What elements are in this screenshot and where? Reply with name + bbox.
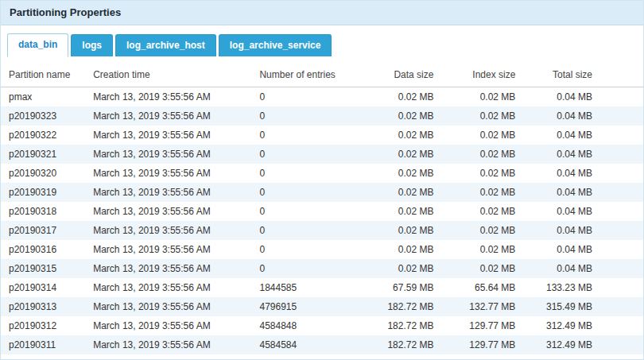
- table-cell: 0: [251, 87, 357, 107]
- table-cell: 0.04 MB: [523, 221, 643, 240]
- table-cell: 0.02 MB: [357, 164, 441, 183]
- column-header-2[interactable]: Number of entries: [251, 63, 357, 87]
- table-row[interactable]: pmaxMarch 13, 2019 3:55:56 AM00.02 MB0.0…: [1, 87, 643, 107]
- column-header-3[interactable]: Data size: [357, 63, 441, 87]
- table-cell: 0.02 MB: [357, 202, 441, 221]
- table-row[interactable]: p20190319March 13, 2019 3:55:56 AM00.02 …: [1, 183, 643, 202]
- table-cell: 182.72 MB: [357, 316, 441, 335]
- table-cell: p20190315: [1, 259, 85, 278]
- table-cell: p20190317: [1, 221, 85, 240]
- table-cell: March 13, 2019 3:55:56 AM: [85, 278, 251, 297]
- table-cell: 0.04 MB: [523, 87, 643, 107]
- table-cell: p20190322: [1, 126, 85, 145]
- table-cell: 0.02 MB: [357, 87, 441, 107]
- table-cell: 181.72 MB: [357, 354, 441, 360]
- table-cell: March 13, 2019 3:55:56 AM: [85, 221, 251, 240]
- table-cell: p20190319: [1, 183, 85, 202]
- table-cell: March 13, 2019 3:55:56 AM: [85, 106, 251, 126]
- tab-bar: data_binlogslog_archive_hostlog_archive_…: [1, 25, 643, 56]
- table-row[interactable]: p20190321March 13, 2019 3:55:56 AM00.02 …: [1, 145, 643, 164]
- table-cell: March 13, 2019 3:55:56 AM: [85, 335, 251, 354]
- table-cell: 0.02 MB: [441, 106, 523, 126]
- table-cell: 0.04 MB: [523, 259, 643, 278]
- table-cell: 1844585: [251, 278, 357, 297]
- table-cell: 0.04 MB: [523, 145, 643, 164]
- table-cell: 0.02 MB: [441, 221, 523, 240]
- table-cell: 312.49 MB: [523, 316, 643, 335]
- table-cell: 0.02 MB: [357, 106, 441, 126]
- tab-data_bin[interactable]: data_bin: [7, 33, 68, 57]
- table-row[interactable]: p20190310March 13, 2019 3:55:56 AM455286…: [1, 354, 643, 360]
- table-row[interactable]: p20190313March 13, 2019 3:55:56 AM479691…: [1, 297, 643, 316]
- table-cell: 133.23 MB: [523, 278, 643, 297]
- table-cell: 0.04 MB: [523, 126, 643, 145]
- column-header-0[interactable]: Partition name: [1, 63, 85, 87]
- table-cell: 182.72 MB: [357, 335, 441, 354]
- table-cell: March 13, 2019 3:55:56 AM: [85, 240, 251, 259]
- table-row[interactable]: p20190316March 13, 2019 3:55:56 AM00.02 …: [1, 240, 643, 259]
- table-cell: p20190320: [1, 164, 85, 183]
- partition-table-container: Partition nameCreation timeNumber of ent…: [1, 56, 643, 360]
- table-cell: 0.02 MB: [357, 183, 441, 202]
- table-cell: p20190312: [1, 316, 85, 335]
- table-row[interactable]: p20190311March 13, 2019 3:55:56 AM458458…: [1, 335, 643, 354]
- table-cell: 0: [251, 145, 357, 164]
- table-cell: 0: [251, 164, 357, 183]
- table-row[interactable]: p20190322March 13, 2019 3:55:56 AM00.02 …: [1, 126, 643, 145]
- tab-log_archive_host[interactable]: log_archive_host: [115, 34, 216, 56]
- table-cell: 0.02 MB: [441, 202, 523, 221]
- column-header-4[interactable]: Index size: [441, 63, 523, 87]
- table-cell: 0.02 MB: [441, 164, 523, 183]
- table-cell: 312.49 MB: [523, 335, 643, 354]
- table-cell: 0.04 MB: [523, 202, 643, 221]
- table-cell: p20190313: [1, 297, 85, 316]
- table-row[interactable]: p20190323March 13, 2019 3:55:56 AM00.02 …: [1, 106, 643, 126]
- table-cell: March 13, 2019 3:55:56 AM: [85, 164, 251, 183]
- table-cell: March 13, 2019 3:55:56 AM: [85, 202, 251, 221]
- table-cell: 0.02 MB: [357, 145, 441, 164]
- table-cell: p20190316: [1, 240, 85, 259]
- table-cell: p20190311: [1, 335, 85, 354]
- table-cell: March 13, 2019 3:55:56 AM: [85, 259, 251, 278]
- table-cell: p20190310: [1, 354, 85, 360]
- table-cell: 0.04 MB: [523, 164, 643, 183]
- table-cell: 0.02 MB: [441, 240, 523, 259]
- table-cell: 0.04 MB: [523, 106, 643, 126]
- table-cell: 182.72 MB: [357, 297, 441, 316]
- table-cell: 0.02 MB: [357, 221, 441, 240]
- table-cell: 0.04 MB: [523, 240, 643, 259]
- table-cell: 0: [251, 106, 357, 126]
- table-cell: 4552866: [251, 354, 357, 360]
- table-row[interactable]: p20190312March 13, 2019 3:55:56 AM458484…: [1, 316, 643, 335]
- table-cell: pmax: [1, 87, 85, 107]
- table-cell: 0: [251, 126, 357, 145]
- partition-table: Partition nameCreation timeNumber of ent…: [1, 63, 643, 360]
- table-body: pmaxMarch 13, 2019 3:55:56 AM00.02 MB0.0…: [1, 87, 643, 360]
- table-cell: 129.77 MB: [441, 316, 523, 335]
- tab-log_archive_service[interactable]: log_archive_service: [219, 34, 332, 56]
- table-cell: p20190321: [1, 145, 85, 164]
- table-cell: 0.02 MB: [357, 126, 441, 145]
- table-cell: 0: [251, 221, 357, 240]
- table-row[interactable]: p20190318March 13, 2019 3:55:56 AM00.02 …: [1, 202, 643, 221]
- table-cell: 67.59 MB: [357, 278, 441, 297]
- table-cell: p20190314: [1, 278, 85, 297]
- table-cell: 127.77 MB: [441, 354, 523, 360]
- table-cell: 65.64 MB: [441, 278, 523, 297]
- table-row[interactable]: p20190315March 13, 2019 3:55:56 AM00.02 …: [1, 259, 643, 278]
- table-cell: 0: [251, 259, 357, 278]
- table-cell: March 13, 2019 3:55:56 AM: [85, 126, 251, 145]
- column-header-1[interactable]: Creation time: [85, 63, 251, 87]
- table-row[interactable]: p20190320March 13, 2019 3:55:56 AM00.02 …: [1, 164, 643, 183]
- panel-title: Partitioning Properties: [1, 1, 643, 25]
- table-cell: 315.49 MB: [523, 297, 643, 316]
- table-cell: 0: [251, 240, 357, 259]
- table-cell: March 13, 2019 3:55:56 AM: [85, 183, 251, 202]
- table-row[interactable]: p20190314March 13, 2019 3:55:56 AM184458…: [1, 278, 643, 297]
- table-row[interactable]: p20190317March 13, 2019 3:55:56 AM00.02 …: [1, 221, 643, 240]
- table-cell: 0.02 MB: [357, 240, 441, 259]
- table-cell: 4584848: [251, 316, 357, 335]
- column-header-5[interactable]: Total size: [523, 63, 643, 87]
- tab-logs[interactable]: logs: [71, 34, 113, 56]
- table-cell: 0.02 MB: [357, 259, 441, 278]
